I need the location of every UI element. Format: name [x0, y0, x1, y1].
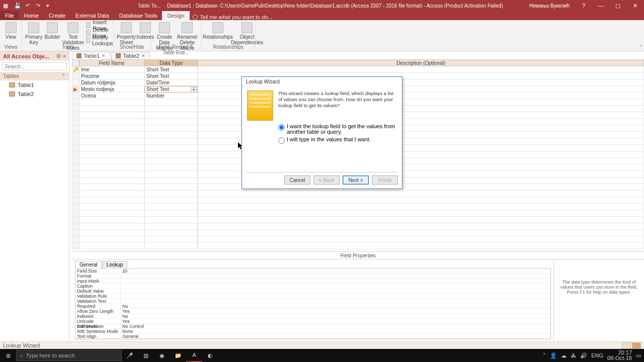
cell-description[interactable] — [198, 66, 644, 73]
row-selector[interactable] — [72, 217, 79, 223]
cell-data-type[interactable] — [144, 151, 198, 158]
field-property-row[interactable]: Format — [75, 274, 550, 279]
cell-data-type[interactable] — [144, 243, 198, 249]
cortana-mic-icon[interactable]: 🎤 — [122, 349, 138, 362]
wizard-finish-button[interactable]: Finish — [372, 175, 398, 185]
cell-data-type[interactable] — [144, 184, 198, 191]
cell-field-name[interactable] — [79, 217, 144, 223]
cell-field-name[interactable] — [79, 151, 144, 158]
cell-data-type[interactable] — [144, 210, 198, 217]
qat-redo-icon[interactable]: ↷ — [33, 3, 42, 9]
fp-value[interactable] — [121, 274, 550, 279]
row-selector[interactable] — [72, 119, 79, 125]
signed-in-user[interactable]: Немања Вукелић — [529, 3, 570, 9]
row-selector[interactable] — [72, 223, 79, 230]
fp-value[interactable]: Yes — [121, 319, 550, 324]
row-selector[interactable] — [72, 210, 79, 217]
taskbar-explorer-icon[interactable]: 📁 — [170, 349, 186, 362]
cell-data-type[interactable] — [144, 171, 198, 177]
cell-field-name[interactable] — [79, 243, 144, 249]
cell-field-name[interactable] — [79, 138, 144, 145]
row-selector[interactable] — [72, 171, 79, 177]
fp-value[interactable]: General — [121, 334, 550, 339]
cell-data-type[interactable] — [144, 106, 198, 112]
cell-data-type[interactable] — [144, 236, 198, 243]
cell-field-name[interactable]: Ime — [79, 66, 144, 73]
cell-field-name[interactable] — [79, 197, 144, 204]
row-selector[interactable] — [72, 164, 79, 171]
wizard-option-table-query[interactable]: I want the lookup field to get the value… — [278, 124, 397, 135]
cell-data-type[interactable]: Short Text▾ — [144, 86, 198, 93]
field-property-row[interactable]: IME ModeNo Control — [75, 324, 550, 329]
cell-field-name[interactable]: Mesto rodjenja — [79, 86, 144, 93]
qat-undo-icon[interactable]: ↶ — [23, 3, 32, 9]
cell-data-type[interactable] — [144, 125, 198, 132]
primary-key-button[interactable]: Primary Key — [25, 21, 42, 45]
taskbar-search-input[interactable]: ○ Type here to search — [16, 350, 122, 361]
field-property-row[interactable]: Input Mask — [75, 279, 550, 284]
fp-value[interactable]: No — [121, 314, 550, 319]
row-selector[interactable] — [72, 197, 79, 204]
fp-value[interactable]: Yes — [121, 309, 550, 314]
nav-search-input[interactable] — [2, 62, 67, 70]
fp-tab-general[interactable]: General — [75, 261, 102, 268]
cell-description[interactable] — [198, 230, 644, 236]
wizard-radio-1[interactable] — [278, 124, 285, 131]
row-selector[interactable] — [72, 138, 79, 145]
wizard-option-type-values[interactable]: I will type in the values that I want. — [278, 137, 397, 144]
tray-network-icon[interactable]: 🖧 — [571, 352, 576, 358]
grid-row[interactable] — [72, 204, 644, 210]
cell-data-type[interactable] — [144, 164, 198, 171]
tray-people-icon[interactable]: 👤 — [550, 352, 557, 359]
cell-description[interactable] — [198, 243, 644, 249]
cell-data-type[interactable] — [144, 177, 198, 184]
grid-row[interactable] — [72, 217, 644, 223]
cell-description[interactable] — [198, 204, 644, 210]
tray-onedrive-icon[interactable]: ☁ — [561, 352, 567, 359]
help-button[interactable]: ? — [577, 0, 591, 11]
fp-value[interactable]: 20 — [121, 268, 550, 274]
grid-row[interactable] — [72, 210, 644, 217]
tray-overflow-icon[interactable]: ˄ — [543, 352, 546, 359]
grid-row[interactable] — [72, 197, 644, 204]
tab-create[interactable]: Create — [44, 11, 70, 20]
nav-item-table1[interactable]: Table1 — [0, 80, 69, 89]
row-selector[interactable] — [72, 132, 79, 138]
fp-tab-lookup[interactable]: Lookup — [102, 261, 128, 268]
row-selector[interactable] — [72, 151, 79, 158]
tab-file[interactable]: File — [0, 11, 19, 20]
field-property-row[interactable]: Text AlignGeneral — [75, 334, 550, 339]
cell-data-type[interactable] — [144, 204, 198, 210]
cell-description[interactable] — [198, 197, 644, 204]
wizard-next-button[interactable]: Next > — [343, 175, 369, 185]
nav-group-tables[interactable]: Tables — [3, 73, 19, 79]
nav-header[interactable]: All Access Obje... — [3, 53, 49, 59]
cell-field-name[interactable] — [79, 204, 144, 210]
cell-field-name[interactable] — [79, 236, 144, 243]
field-property-row[interactable]: Validation Rule — [75, 294, 550, 299]
field-property-row[interactable]: Field Size20 — [75, 268, 550, 274]
cell-field-name[interactable] — [79, 99, 144, 106]
tab-database-tools[interactable]: Database Tools — [114, 11, 163, 20]
task-view-button[interactable]: ▥ — [138, 349, 154, 362]
cell-data-type[interactable] — [144, 217, 198, 223]
close-tab-icon[interactable]: ✕ — [102, 53, 106, 58]
grid-row[interactable] — [72, 223, 644, 230]
col-field-name[interactable]: Field Name — [79, 59, 144, 66]
row-selector-header[interactable] — [72, 59, 79, 66]
fp-value[interactable]: No Control — [121, 324, 550, 329]
object-dependencies-button[interactable]: Object Dependencies — [233, 21, 261, 45]
taskbar-chrome-icon[interactable]: ◉ — [154, 349, 170, 362]
fp-value[interactable] — [121, 294, 550, 299]
grid-row[interactable] — [72, 243, 644, 249]
close-button[interactable]: ✕ — [628, 0, 642, 11]
fp-value[interactable] — [121, 279, 550, 284]
cell-field-name[interactable] — [79, 184, 144, 191]
qat-save-icon[interactable]: 💾 — [13, 3, 22, 9]
row-selector[interactable]: 🔑 — [72, 66, 79, 73]
cell-description[interactable] — [198, 236, 644, 243]
wizard-radio-2[interactable] — [278, 137, 285, 144]
nav-item-table2[interactable]: Table2 — [0, 89, 69, 99]
field-property-row[interactable]: Caption — [75, 284, 550, 289]
cell-data-type[interactable] — [144, 145, 198, 151]
